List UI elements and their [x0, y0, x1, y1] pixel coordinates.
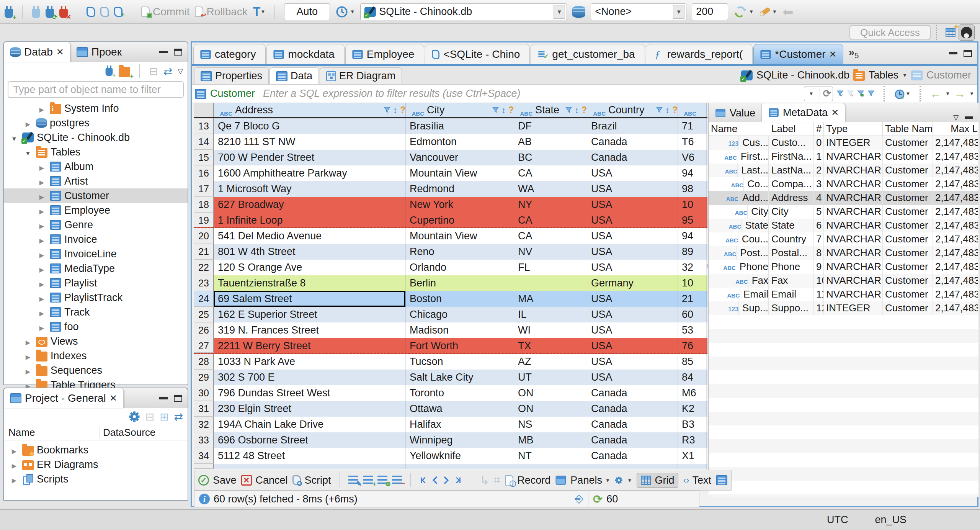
cell-city[interactable]: Winnipeg [406, 432, 514, 448]
table-row[interactable]: 25 162 E Superior Street Chicago IL USA … [194, 307, 707, 322]
metadata-maxlength-cell[interactable]: 2,147,483 [933, 246, 978, 260]
duplicate-row-icon[interactable]: ⊕ [377, 476, 387, 485]
cell-postalcode[interactable]: 32 [678, 260, 707, 275]
table-row[interactable] [194, 464, 707, 469]
dbeaver-perspective-icon[interactable] [959, 25, 975, 41]
metadata-number-cell[interactable]: 4 [814, 191, 824, 205]
editor-tab[interactable]: <SQLite - Chino [425, 44, 530, 64]
cell-city[interactable]: Cupertino [406, 213, 514, 227]
metadata-label-cell[interactable]: Custo... [769, 136, 814, 150]
filter-funnel-icon[interactable] [384, 107, 390, 113]
cell-address[interactable]: 162 E Superior Street [214, 307, 406, 322]
sql-filter-input[interactable]: Enter a SQL expression to filter results… [263, 88, 800, 100]
result-subtab[interactable]: ER Diagram [320, 67, 402, 84]
cell-address[interactable]: 627 Broadway [214, 197, 406, 213]
metadata-name-cell[interactable]: Add... [709, 191, 769, 205]
row-number[interactable]: 31 [194, 401, 214, 417]
tree-item[interactable]: Sequences [4, 363, 188, 378]
commit-button[interactable]: ▣Commit [141, 6, 189, 18]
cell-country[interactable]: Brazil [587, 118, 678, 134]
add-row-icon[interactable]: + [363, 476, 373, 485]
tree-item[interactable]: foo [4, 319, 188, 334]
breadcrumb-tables[interactable]: Tables [869, 69, 898, 81]
fetch-all-icon[interactable]: ⌗ [494, 474, 500, 487]
cell-country[interactable]: USA [587, 228, 678, 244]
metadata-number-cell[interactable]: 7 [814, 232, 824, 246]
expand-arrow-icon[interactable] [37, 161, 47, 173]
cell-state[interactable]: DF [514, 118, 587, 134]
metadata-row[interactable]: Sup... Suppo... 12 INTEGER Customer 2,14… [709, 301, 978, 315]
highlight-button[interactable]: ▼ [759, 9, 777, 15]
metadata-table-cell[interactable]: Customer [883, 219, 933, 232]
row-number[interactable]: 20 [194, 228, 214, 244]
transaction-mode-button[interactable]: T▼ [253, 5, 265, 19]
cancel-button[interactable]: ✕Cancel [241, 474, 288, 486]
metadata-label-cell[interactable]: LastNa... [769, 164, 814, 177]
row-number[interactable] [194, 464, 214, 469]
metadata-name-cell[interactable]: First... [709, 150, 769, 164]
custom-filter-icon[interactable] [868, 90, 874, 97]
tree-item[interactable]: Genre [4, 218, 188, 232]
metadata-number-cell[interactable]: 2 [814, 164, 824, 177]
next-page-icon[interactable] [443, 474, 450, 486]
metadata-maxlength-cell[interactable]: 2,147,483 [933, 191, 978, 205]
cell-address[interactable]: 120 S Orange Ave [214, 260, 406, 275]
metadata-number-cell[interactable]: 0 [814, 136, 824, 150]
metadata-number-cell[interactable]: 9 [814, 260, 824, 274]
tab-metadata[interactable]: MetaData✕ [762, 103, 845, 122]
save-button[interactable]: ✓Save [198, 474, 237, 486]
metadata-label-cell[interactable]: Email [769, 288, 814, 301]
metadata-number-cell[interactable]: 12 [814, 301, 824, 315]
nav-back-icon[interactable]: ← [930, 87, 941, 100]
expand-arrow-icon[interactable] [37, 248, 47, 260]
view-menu-icon[interactable]: ▽ [953, 113, 959, 122]
expand-arrow-icon[interactable] [37, 219, 47, 231]
cell-state[interactable]: IL [514, 307, 587, 322]
expand-arrow-icon[interactable] [9, 444, 19, 456]
metadata-maxlength-cell[interactable]: 2,147,483 [933, 164, 978, 177]
metadata-label-cell[interactable]: Country [769, 232, 814, 246]
tree-item[interactable]: SQLite - Chinook.db [4, 130, 188, 145]
undo-navigation-icon[interactable]: ⬅ [782, 4, 794, 20]
cell-address[interactable]: 8210 111 ST NW [214, 134, 406, 150]
row-number[interactable]: 16 [194, 165, 214, 181]
collapse-all-icon[interactable]: ⊟ [149, 65, 158, 78]
breadcrumb-connection[interactable]: SQLite - Chinook.db [756, 69, 849, 81]
row-number[interactable]: 18 [194, 197, 214, 213]
table-row[interactable]: 31 230 Elgin Street Ottawa ON Canada K2 [194, 401, 707, 417]
cell-country[interactable]: Canada [587, 150, 678, 165]
column-type[interactable]: Type [824, 122, 883, 136]
cell-city[interactable]: Boston [406, 291, 514, 307]
cell-city[interactable]: Berlin [406, 275, 514, 291]
cell-state[interactable]: CA [514, 228, 587, 244]
sort-icon[interactable]: ↕ [665, 105, 670, 115]
new-folder-icon[interactable]: + [119, 67, 130, 77]
row-number[interactable]: 27 [194, 338, 214, 353]
metadata-table-cell[interactable]: Customer [883, 232, 933, 246]
cell-postalcode[interactable]: 21 [678, 291, 707, 307]
cell-address[interactable]: 700 W Pender Street [214, 150, 406, 165]
cell-address[interactable]: 2211 W Berry Street [214, 338, 406, 353]
column-table-name[interactable]: Table Name [883, 122, 933, 136]
first-page-icon[interactable] [419, 474, 427, 486]
cell-address[interactable]: 319 N. Frances Street [214, 322, 406, 338]
link-with-editor-icon[interactable]: ⇄ [163, 65, 172, 78]
remove-filter-icon[interactable]: ✕ [847, 90, 854, 97]
cell-state[interactable]: NY [514, 197, 587, 213]
cell-state[interactable]: BC [514, 150, 587, 165]
cell-state[interactable]: NV [514, 244, 587, 260]
metadata-label-cell[interactable]: Suppo... [769, 301, 814, 315]
cell-address[interactable]: 696 Osborne Street [214, 432, 406, 448]
metadata-label-cell[interactable]: City [769, 205, 814, 219]
metadata-name-cell[interactable]: Sup... [709, 301, 769, 315]
metadata-number-cell[interactable]: 6 [814, 219, 824, 232]
schema-select[interactable]: <None>▼ [591, 3, 686, 20]
expand-arrow-icon[interactable] [37, 321, 47, 333]
breadcrumb-entity[interactable]: Customer [926, 69, 971, 81]
auto-refresh-button[interactable]: ▼ [894, 88, 910, 100]
expand-arrow-icon[interactable] [9, 132, 19, 144]
expand-arrow-icon[interactable] [37, 204, 47, 216]
editor-tab[interactable]: mockdata [266, 44, 344, 64]
delete-row-icon[interactable]: − [392, 476, 402, 485]
cell-address[interactable]: 194A Chain Lake Drive [214, 417, 406, 432]
